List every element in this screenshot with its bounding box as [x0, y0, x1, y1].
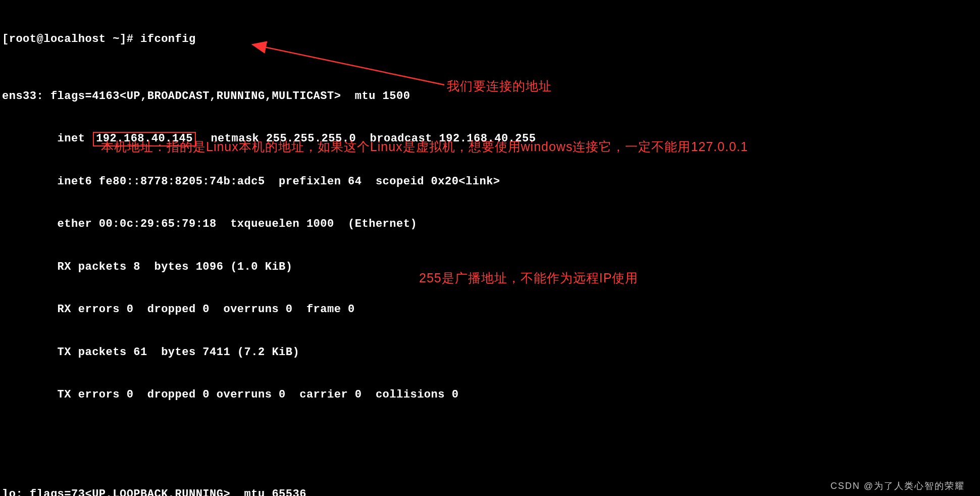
- ens33-tx1: TX packets 61 bytes 7411 (7.2 KiB): [2, 345, 978, 360]
- blank-1: [2, 431, 978, 445]
- watermark: CSDN @为了人类心智的荣耀: [831, 480, 965, 492]
- prompt-line: [root@localhost ~]# ifconfig: [2, 32, 978, 46]
- annotation-text-2: 本机地址：指的是Linux本机的地址，如果这个Linux是虚拟机，想要使用win…: [101, 138, 748, 155]
- ens33-inet6: inet6 fe80::8778:8205:74b:adc5 prefixlen…: [2, 175, 978, 189]
- ens33-ether: ether 00:0c:29:65:79:18 txqueuelen 1000 …: [2, 217, 978, 231]
- annotation-text-1: 我们要连接的地址: [447, 78, 552, 94]
- ens33-inet-pre: inet: [2, 132, 92, 145]
- ens33-rx2: RX errors 0 dropped 0 overruns 0 frame 0: [2, 303, 978, 317]
- annotation-text-3: 255是广播地址，不能作为远程IP使用: [419, 270, 638, 286]
- ens33-tx2: TX errors 0 dropped 0 overruns 0 carrier…: [2, 388, 978, 402]
